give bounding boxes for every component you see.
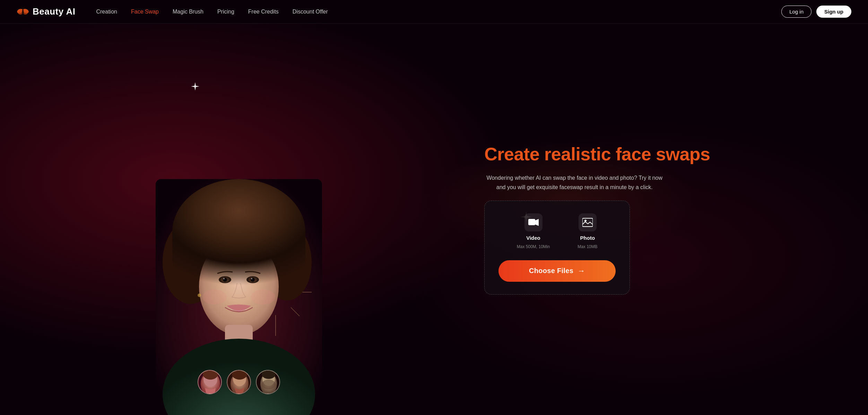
nav-pricing[interactable]: Pricing — [217, 9, 234, 15]
nav-free-credits[interactable]: Free Credits — [248, 9, 279, 15]
hero-section: Create realistic face swaps Wondering wh… — [0, 24, 868, 415]
avatar-thumb-1[interactable] — [198, 370, 222, 394]
svg-point-46 — [262, 380, 276, 389]
photo-sublabel: Max 10MB — [578, 244, 597, 249]
svg-point-32 — [202, 289, 227, 305]
butterfly-icon — [17, 6, 29, 18]
svg-point-4 — [22, 9, 24, 14]
logo[interactable]: Beauty AI — [17, 6, 75, 18]
svg-rect-48 — [528, 219, 535, 225]
svg-point-34 — [198, 294, 201, 297]
portrait-container — [156, 179, 322, 415]
nav-magic-brush[interactable]: Magic Brush — [173, 9, 203, 15]
svg-line-6 — [23, 7, 24, 9]
video-sublabel: Max 500M, 10Min — [517, 244, 550, 249]
avatar-row — [198, 370, 280, 394]
svg-point-24 — [219, 276, 231, 283]
upload-card: Video Max 500M, 10Min Photo Max 10 — [484, 201, 630, 295]
svg-point-28 — [223, 278, 227, 282]
svg-line-16 — [249, 265, 260, 277]
svg-point-21 — [199, 238, 279, 335]
svg-rect-50 — [582, 218, 593, 227]
svg-point-26 — [221, 277, 229, 282]
svg-point-29 — [251, 278, 255, 282]
svg-point-25 — [246, 276, 259, 283]
avatar-thumb-3[interactable] — [256, 370, 280, 394]
svg-point-51 — [584, 220, 587, 222]
login-button[interactable]: Log in — [781, 6, 811, 18]
photo-icon — [579, 213, 597, 231]
nav-links: Creation Face Swap Magic Brush Pricing F… — [96, 9, 781, 15]
hero-right: Create realistic face swaps Wondering wh… — [477, 130, 868, 308]
hero-description: Wondering whether AI can swap the face i… — [484, 173, 665, 192]
brand-name: Beauty AI — [33, 6, 75, 17]
hero-title: Create realistic face swaps — [484, 144, 847, 165]
svg-marker-49 — [535, 219, 539, 226]
upload-options: Video Max 500M, 10Min Photo Max 10 — [498, 213, 616, 249]
svg-point-33 — [251, 289, 275, 305]
svg-line-5 — [21, 7, 23, 9]
choose-files-button[interactable]: Choose Files → — [498, 260, 616, 282]
upload-option-video[interactable]: Video Max 500M, 10Min — [517, 213, 550, 249]
photo-label: Photo — [580, 235, 595, 241]
svg-point-18 — [185, 184, 293, 285]
navbar: Beauty AI Creation Face Swap Magic Brush… — [0, 0, 868, 24]
svg-point-30 — [223, 278, 225, 279]
nav-creation[interactable]: Creation — [96, 9, 117, 15]
video-icon — [524, 213, 542, 231]
avatar-thumb-2[interactable] — [227, 370, 251, 394]
svg-point-27 — [249, 277, 257, 282]
hero-portrait-area — [0, 24, 477, 415]
nav-discount-offer[interactable]: Discount Offer — [293, 9, 328, 15]
video-label: Video — [526, 235, 540, 241]
signup-button[interactable]: Sign up — [816, 6, 851, 18]
svg-point-31 — [251, 278, 252, 279]
nav-face-swap[interactable]: Face Swap — [131, 9, 159, 15]
nav-actions: Log in Sign up — [781, 6, 851, 18]
upload-option-photo[interactable]: Photo Max 10MB — [578, 213, 597, 249]
